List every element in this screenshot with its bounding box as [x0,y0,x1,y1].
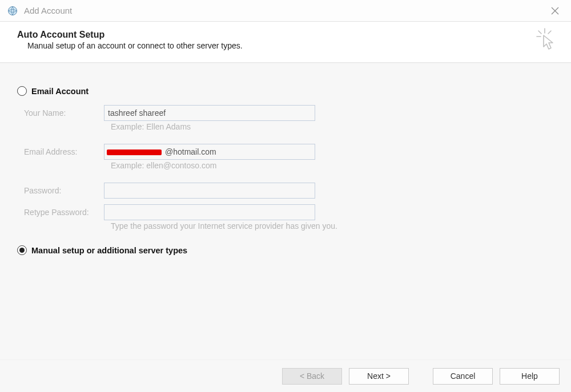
title-bar: Add Account [0,0,571,22]
wizard-heading: Auto Account Setup [17,30,554,40]
help-button[interactable]: Help [500,368,560,385]
radio-email-account[interactable]: Email Account [17,86,554,96]
close-button[interactable] [544,2,566,19]
app-icon [7,5,18,17]
label-email: Email Address: [24,147,104,156]
svg-line-5 [538,31,541,34]
input-your-name[interactable] [104,105,315,121]
label-retype-password: Retype Password: [24,208,104,217]
email-account-form: Your Name: Example: Ellen Adams Email Ad… [24,105,554,231]
row-your-name: Your Name: [24,105,554,121]
input-password[interactable] [104,183,315,199]
row-retype-password: Retype Password: [24,204,554,220]
wizard-body: Email Account Your Name: Example: Ellen … [0,63,571,359]
click-cursor-icon [532,27,560,57]
next-button[interactable]: Next > [349,368,409,385]
hint-email: Example: ellen@contoso.com [111,161,554,170]
input-email[interactable]: @hotmail.com [104,144,315,160]
wizard-header: Auto Account Setup Manual setup of an ac… [0,22,571,63]
label-password: Password: [24,186,104,195]
radio-manual-setup[interactable]: Manual setup or additional server types [17,245,554,255]
row-email: Email Address: @hotmail.com [24,144,554,160]
radio-indicator [17,245,27,255]
radio-email-account-label: Email Account [31,87,89,96]
svg-point-0 [9,6,17,15]
hint-your-name: Example: Ellen Adams [111,122,554,131]
cancel-button[interactable]: Cancel [433,368,493,385]
back-button[interactable]: < Back [282,368,342,385]
svg-line-6 [548,31,551,34]
row-password: Password: [24,183,554,199]
redaction-bar [107,149,162,155]
hint-password: Type the password your Internet service … [111,221,554,231]
radio-indicator [17,86,27,96]
radio-manual-setup-label: Manual setup or additional server types [31,246,187,255]
input-retype-password[interactable] [104,204,315,220]
label-your-name: Your Name: [24,108,104,118]
wizard-subheading: Manual setup of an account or connect to… [27,41,554,50]
wizard-footer: < Back Next > Cancel Help [0,359,571,392]
window-title: Add Account [24,6,544,15]
email-visible-part: @hotmail.com [165,147,216,156]
